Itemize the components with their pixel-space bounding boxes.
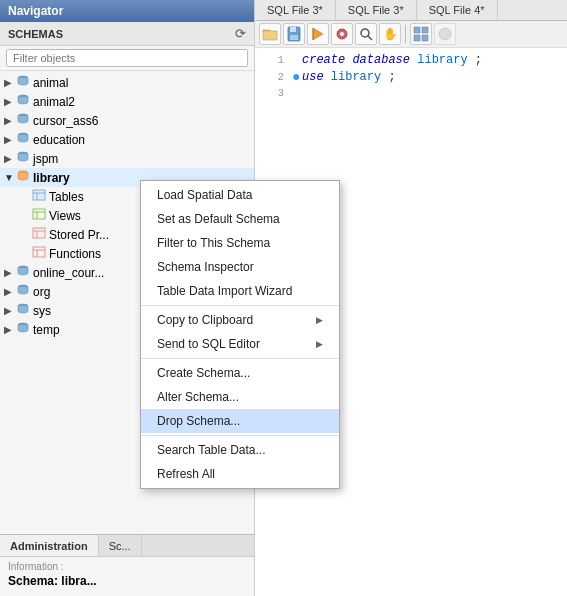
ctx-search-table[interactable]: Search Table Data... (141, 438, 339, 462)
bottom-tabs: Administration Sc... (0, 534, 254, 556)
svg-rect-33 (414, 27, 420, 33)
ctx-separator-3 (141, 435, 339, 436)
arrow-icon: ▶ (4, 96, 16, 107)
ctx-item-label: Send to SQL Editor (157, 337, 260, 351)
ctx-item-label: Search Table Data... (157, 443, 266, 457)
func-icon (32, 245, 46, 262)
arrow-icon: ▶ (4, 77, 16, 88)
schemas-header: SCHEMAS ⟳ (0, 22, 254, 46)
arrow-icon: ▶ (4, 134, 16, 145)
schema-item-animal[interactable]: ▶ animal (0, 73, 254, 92)
stop-btn[interactable] (434, 23, 456, 45)
navigator-panel: Navigator SCHEMAS ⟳ ▶ animal ▶ (0, 0, 255, 596)
svg-rect-26 (290, 35, 298, 40)
sql-tab-2[interactable]: SQL File 3* (336, 0, 417, 20)
db-icon (16, 93, 30, 110)
svg-rect-6 (33, 190, 45, 200)
open-file-btn[interactable] (259, 23, 281, 45)
grid-btn[interactable] (410, 23, 432, 45)
ctx-filter-schema[interactable]: Filter to This Schema (141, 231, 339, 255)
schema-name: org (33, 285, 50, 299)
arrow-icon: ▶ (4, 267, 16, 278)
schema-name: sys (33, 304, 51, 318)
arrow-icon: ▶ (4, 153, 16, 164)
svg-rect-25 (290, 27, 296, 32)
execute-btn[interactable] (307, 23, 329, 45)
ctx-schema-inspector[interactable]: Schema Inspector (141, 255, 339, 279)
context-menu: Load Spatial Data Set as Default Schema … (140, 180, 340, 489)
sql-line-2: 2 ● use library ; (259, 68, 563, 86)
ctx-item-label: Table Data Import Wizard (157, 284, 292, 298)
navigator-title: Navigator (8, 4, 63, 18)
tab-administration[interactable]: Administration (0, 535, 99, 556)
db-icon (16, 321, 30, 338)
arrow-icon: ▶ (4, 115, 16, 126)
db-icon (16, 283, 30, 300)
svg-rect-35 (414, 35, 420, 41)
toolbar-sep (405, 25, 406, 43)
ctx-create-schema[interactable]: Create Schema... (141, 361, 339, 385)
filter-bar (0, 46, 254, 71)
svg-rect-15 (33, 247, 45, 257)
view-icon (32, 207, 46, 224)
search-btn[interactable] (355, 23, 377, 45)
schema-item-cursor-ass6[interactable]: ▶ cursor_ass6 (0, 111, 254, 130)
refresh-icon[interactable]: ⟳ (235, 26, 246, 41)
svg-rect-36 (422, 35, 428, 41)
schema-item-animal2[interactable]: ▶ animal2 (0, 92, 254, 111)
navigator-header: Navigator (0, 0, 254, 22)
info-label: Information : (8, 561, 246, 572)
arrow-icon: ▶ (4, 324, 16, 335)
schema-item-education[interactable]: ▶ education (0, 130, 254, 149)
schema-name: temp (33, 323, 60, 337)
db-icon (16, 302, 30, 319)
arrow-expanded-icon: ▼ (4, 172, 16, 183)
line-number: 3 (259, 87, 284, 99)
schema-name: animal2 (33, 95, 75, 109)
sql-tabs: SQL File 3* SQL File 3* SQL File 4* (255, 0, 567, 21)
ctx-item-label: Filter to This Schema (157, 236, 270, 250)
ctx-import-wizard[interactable]: Table Data Import Wizard (141, 279, 339, 303)
tab-sc[interactable]: Sc... (99, 535, 142, 556)
ctx-copy-clipboard[interactable]: Copy to Clipboard (141, 308, 339, 332)
line-dot: ● (292, 69, 302, 85)
proc-icon (32, 226, 46, 243)
schema-name: cursor_ass6 (33, 114, 98, 128)
schema-name: education (33, 133, 85, 147)
ctx-alter-schema[interactable]: Alter Schema... (141, 385, 339, 409)
info-section: Information : Schema: libra... (0, 556, 254, 596)
ctx-set-default[interactable]: Set as Default Schema (141, 207, 339, 231)
schema-name: online_cour... (33, 266, 104, 280)
svg-point-30 (340, 32, 344, 36)
ctx-item-label: Refresh All (157, 467, 215, 481)
item-label: Stored Pr... (49, 228, 109, 242)
db-icon (16, 74, 30, 91)
db-icon (16, 131, 30, 148)
schema-item-jspm[interactable]: ▶ jspm (0, 149, 254, 168)
ctx-load-spatial[interactable]: Load Spatial Data (141, 183, 339, 207)
ctx-drop-schema[interactable]: Drop Schema... (141, 409, 339, 433)
sql-tab-1[interactable]: SQL File 3* (255, 0, 336, 20)
debug-btn[interactable] (331, 23, 353, 45)
ctx-item-label: Copy to Clipboard (157, 313, 253, 327)
svg-marker-27 (313, 28, 323, 40)
db-icon-active (16, 169, 30, 186)
schema-name: jspm (33, 152, 58, 166)
svg-line-32 (368, 36, 372, 40)
sql-code: create database library ; (302, 53, 482, 67)
hand-btn[interactable]: ✋ (379, 23, 401, 45)
item-label: Functions (49, 247, 101, 261)
svg-point-37 (439, 28, 451, 40)
db-icon (16, 112, 30, 129)
ctx-refresh-all[interactable]: Refresh All (141, 462, 339, 486)
ctx-item-label: Load Spatial Data (157, 188, 252, 202)
ctx-item-label: Drop Schema... (157, 414, 240, 428)
arrow-icon: ▶ (4, 305, 16, 316)
sql-tab-3[interactable]: SQL File 4* (417, 0, 498, 20)
line-number: 1 (259, 54, 284, 66)
ctx-item-label: Set as Default Schema (157, 212, 280, 226)
filter-input[interactable] (6, 49, 248, 67)
svg-rect-23 (263, 31, 277, 40)
save-btn[interactable] (283, 23, 305, 45)
ctx-send-sql[interactable]: Send to SQL Editor (141, 332, 339, 356)
